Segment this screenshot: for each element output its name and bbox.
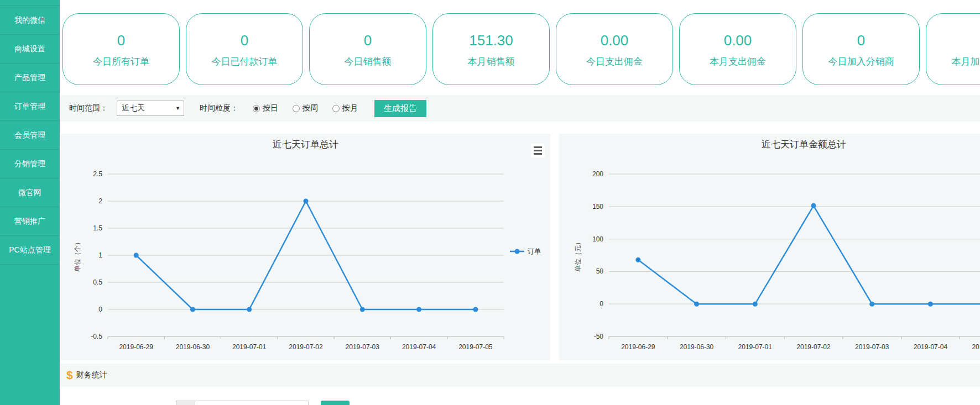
- svg-text:2019-07-03: 2019-07-03: [346, 343, 380, 351]
- svg-text:2019-07-04: 2019-07-04: [402, 343, 436, 351]
- sidebar-item-order-management[interactable]: 订单管理: [0, 92, 60, 121]
- sidebar: 我的微信 商城设置 产品管理 订单管理 会员管理 分销管理 微官网 营销推广 P…: [0, 0, 60, 405]
- finance-search-button[interactable]: [321, 401, 350, 405]
- svg-text:2019-07-01: 2019-07-01: [232, 343, 267, 351]
- svg-text:2019-07-02: 2019-07-02: [289, 343, 323, 351]
- stat-card-today-sales: 0 今日销售额: [309, 13, 426, 85]
- stat-label: 今日加入分销商: [828, 55, 894, 68]
- time-range-select[interactable]: 近七天 ▼: [117, 101, 184, 116]
- stat-label: 今日所有订单: [93, 55, 149, 68]
- svg-text:-0.5: -0.5: [91, 333, 102, 340]
- svg-text:2019-06-29: 2019-06-29: [621, 343, 655, 351]
- svg-text:-50: -50: [594, 333, 604, 340]
- radio-label: 按日: [263, 103, 278, 113]
- svg-text:200: 200: [592, 170, 603, 178]
- input-addon: [176, 401, 195, 405]
- stat-value: 0: [364, 31, 372, 50]
- stat-value: 0: [857, 31, 865, 50]
- svg-text:2019-06-30: 2019-06-30: [680, 343, 714, 351]
- svg-text:2019-07-03: 2019-07-03: [855, 343, 889, 351]
- radio-by-month[interactable]: 按月: [332, 103, 358, 113]
- orders-chart-panel: 近七天订单总计 2.521.510.50-0.52019-06-292019-0…: [61, 134, 550, 360]
- stat-value: 0.00: [724, 31, 752, 50]
- finance-input-group: [176, 401, 309, 405]
- stat-card-today-new-distributors: 0 今日加入分销商: [802, 13, 920, 85]
- time-range-selected-value: 近七天: [122, 103, 145, 113]
- sidebar-item-marketing-promotion[interactable]: 营销推广: [0, 207, 60, 236]
- stat-value: 0: [117, 31, 125, 50]
- orders-line-chart: 2.521.510.50-0.52019-06-292019-06-302019…: [61, 134, 550, 360]
- charts-row: 近七天订单总计 2.521.510.50-0.52019-06-292019-0…: [61, 134, 980, 360]
- sidebar-top-sliver: [0, 0, 60, 6]
- stat-card-month-sales: 151.30 本月销售额: [432, 13, 550, 85]
- svg-text:1: 1: [98, 251, 102, 259]
- stat-label: 今日已付款订单: [212, 55, 278, 68]
- radio-circle-icon: [293, 105, 300, 112]
- svg-text:2019-06-29: 2019-06-29: [119, 343, 153, 351]
- stat-card-today-paid-orders: 0 今日已付款订单: [186, 13, 303, 85]
- sidebar-item-pc-site-management[interactable]: PC站点管理: [0, 236, 60, 265]
- svg-text:2019-07-04: 2019-07-04: [914, 343, 948, 351]
- stat-label: 今日销售额: [345, 55, 392, 68]
- svg-text:1.5: 1.5: [93, 224, 102, 232]
- stat-value: 0.00: [601, 31, 629, 50]
- sidebar-item-product-management[interactable]: 产品管理: [0, 64, 60, 92]
- dollar-icon: $: [66, 369, 73, 382]
- stat-card-month-commission: 0.00 本月支出佣金: [679, 13, 796, 85]
- order-amount-chart-panel: 近七天订单金额总计 200150100500-502019-06-292019-…: [559, 134, 980, 360]
- svg-text:2019-06-30: 2019-06-30: [176, 343, 210, 351]
- stat-label: 本月支出佣金: [710, 55, 766, 68]
- svg-text:100: 100: [592, 235, 603, 243]
- stat-label: 本月销售额: [468, 55, 515, 68]
- stat-card-today-commission: 0.00 今日支出佣金: [556, 13, 673, 85]
- sidebar-item-member-management[interactable]: 会员管理: [0, 121, 60, 150]
- finance-section-title: 财务统计: [76, 370, 107, 380]
- stat-value: 151.30: [469, 31, 513, 50]
- svg-text:2019-07-05: 2019-07-05: [458, 343, 493, 351]
- svg-text:0: 0: [600, 300, 603, 308]
- svg-text:2019-07-02: 2019-07-02: [796, 343, 831, 351]
- generate-report-button[interactable]: 生成报告: [374, 100, 426, 117]
- svg-text:2.5: 2.5: [93, 170, 102, 178]
- sidebar-item-mall-settings[interactable]: 商城设置: [0, 35, 60, 64]
- sidebar-item-distribution-management[interactable]: 分销管理: [0, 150, 60, 178]
- stat-label: 本月加入分销商: [952, 55, 980, 68]
- filter-bar: 时间范围： 近七天 ▼ 时间粒度： 按日 按周 按月 生成报告: [60, 95, 980, 122]
- svg-text:单位（个）: 单位（个）: [74, 239, 81, 272]
- sidebar-item-my-wechat[interactable]: 我的微信: [0, 6, 60, 35]
- stat-value: 0: [241, 31, 248, 50]
- svg-text:150: 150: [592, 203, 603, 211]
- finance-search-input[interactable]: [195, 401, 309, 405]
- svg-text:2019-07-01: 2019-07-01: [738, 343, 773, 351]
- radio-circle-icon: [253, 105, 260, 112]
- radio-by-week[interactable]: 按周: [293, 103, 318, 113]
- svg-text:单位（元）: 单位（元）: [574, 239, 582, 272]
- finance-form-clipped: [60, 401, 980, 405]
- stat-card-today-orders: 0 今日所有订单: [62, 13, 180, 85]
- finance-section-header: $ 财务统计: [60, 364, 980, 387]
- stat-card-month-new-distributors: 0 本月加入分销商: [926, 13, 980, 85]
- radio-label: 按周: [303, 103, 318, 113]
- radio-by-day[interactable]: 按日: [253, 103, 278, 113]
- svg-text:2: 2: [98, 197, 102, 205]
- stat-label: 今日支出佣金: [586, 55, 643, 68]
- svg-text:0.5: 0.5: [93, 278, 102, 286]
- granularity-label: 时间粒度：: [200, 103, 238, 113]
- main-content: 0 今日所有订单 0 今日已付款订单 0 今日销售额 151.30 本月销售额 …: [60, 0, 980, 405]
- order-amount-line-chart: 200150100500-502019-06-292019-06-302019-…: [559, 134, 980, 360]
- radio-label: 按月: [342, 103, 358, 113]
- stat-cards-row: 0 今日所有订单 0 今日已付款订单 0 今日销售额 151.30 本月销售额 …: [62, 13, 980, 85]
- radio-circle-icon: [332, 105, 340, 112]
- chevron-down-icon: ▼: [175, 106, 180, 111]
- svg-text:50: 50: [596, 267, 604, 275]
- svg-text:0: 0: [98, 306, 102, 313]
- svg-text:2019-07-05: 2019-07-05: [972, 343, 980, 351]
- svg-text:订单: 订单: [528, 248, 541, 255]
- sidebar-item-micro-site[interactable]: 微官网: [0, 178, 60, 207]
- time-range-label: 时间范围：: [69, 103, 108, 113]
